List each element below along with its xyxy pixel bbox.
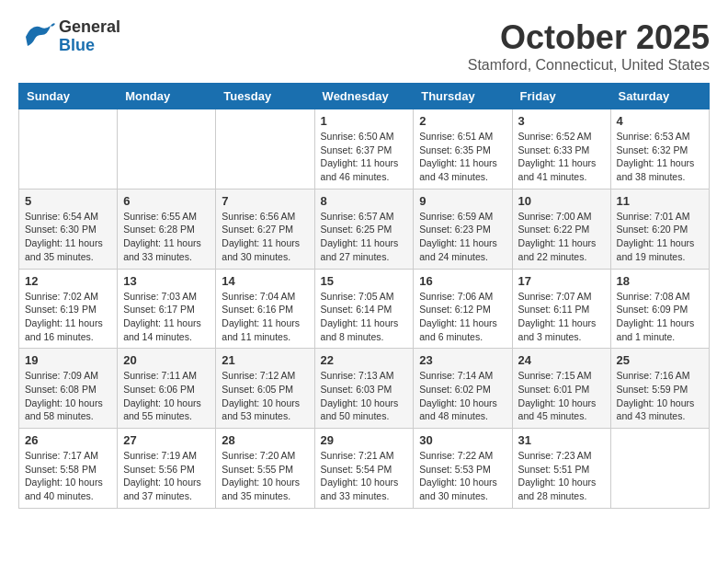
- calendar-cell: 26Sunrise: 7:17 AM Sunset: 5:58 PM Dayli…: [19, 429, 118, 509]
- day-number: 21: [222, 353, 308, 367]
- calendar-cell: 19Sunrise: 7:09 AM Sunset: 6:08 PM Dayli…: [19, 349, 118, 429]
- location-label: Stamford, Connecticut, United States: [468, 57, 710, 74]
- day-number: 24: [518, 353, 605, 367]
- calendar-cell: 25Sunrise: 7:16 AM Sunset: 5:59 PM Dayli…: [610, 349, 709, 429]
- page-header: General Blue October 2025 Stamford, Conn…: [18, 18, 710, 74]
- day-number: 30: [419, 433, 506, 447]
- calendar-header-row: SundayMondayTuesdayWednesdayThursdayFrid…: [19, 84, 710, 109]
- calendar-cell: 31Sunrise: 7:23 AM Sunset: 5:51 PM Dayli…: [512, 429, 610, 509]
- day-number: 23: [419, 353, 506, 367]
- day-number: 25: [617, 353, 703, 367]
- day-info: Sunrise: 6:51 AM Sunset: 6:35 PM Dayligh…: [419, 130, 506, 184]
- day-number: 9: [419, 194, 506, 208]
- calendar-cell: 4Sunrise: 6:53 AM Sunset: 6:32 PM Daylig…: [610, 109, 709, 190]
- day-of-week-header: Monday: [118, 84, 216, 109]
- day-info: Sunrise: 7:01 AM Sunset: 6:20 PM Dayligh…: [617, 210, 703, 264]
- day-info: Sunrise: 6:59 AM Sunset: 6:23 PM Dayligh…: [419, 210, 506, 264]
- calendar-cell: 20Sunrise: 7:11 AM Sunset: 6:06 PM Dayli…: [118, 349, 216, 429]
- calendar-cell: 6Sunrise: 6:55 AM Sunset: 6:28 PM Daylig…: [118, 189, 216, 269]
- day-number: 13: [123, 274, 210, 288]
- day-info: Sunrise: 7:23 AM Sunset: 5:51 PM Dayligh…: [518, 449, 605, 503]
- calendar-cell: 5Sunrise: 6:54 AM Sunset: 6:30 PM Daylig…: [19, 189, 118, 269]
- calendar-cell: 18Sunrise: 7:08 AM Sunset: 6:09 PM Dayli…: [610, 269, 709, 349]
- calendar-cell: 28Sunrise: 7:20 AM Sunset: 5:55 PM Dayli…: [216, 429, 314, 509]
- day-info: Sunrise: 7:13 AM Sunset: 6:03 PM Dayligh…: [321, 369, 408, 423]
- calendar-week-row: 26Sunrise: 7:17 AM Sunset: 5:58 PM Dayli…: [19, 429, 710, 509]
- day-of-week-header: Wednesday: [314, 84, 414, 109]
- day-number: 18: [617, 274, 703, 288]
- day-info: Sunrise: 7:22 AM Sunset: 5:53 PM Dayligh…: [419, 449, 506, 503]
- calendar-cell: 22Sunrise: 7:13 AM Sunset: 6:03 PM Dayli…: [314, 349, 414, 429]
- day-info: Sunrise: 7:07 AM Sunset: 6:11 PM Dayligh…: [518, 290, 605, 344]
- day-number: 10: [518, 194, 605, 208]
- day-info: Sunrise: 7:04 AM Sunset: 6:16 PM Dayligh…: [222, 290, 308, 344]
- day-number: 17: [518, 274, 605, 288]
- day-number: 15: [321, 274, 408, 288]
- calendar-cell: 2Sunrise: 6:51 AM Sunset: 6:35 PM Daylig…: [414, 109, 512, 190]
- day-number: 28: [222, 433, 308, 447]
- day-info: Sunrise: 7:20 AM Sunset: 5:55 PM Dayligh…: [222, 449, 308, 503]
- logo-general-text: General: [59, 18, 120, 37]
- day-info: Sunrise: 7:03 AM Sunset: 6:17 PM Dayligh…: [123, 290, 210, 344]
- calendar-cell: 30Sunrise: 7:22 AM Sunset: 5:53 PM Dayli…: [414, 429, 512, 509]
- logo: General Blue: [18, 18, 120, 55]
- calendar-week-row: 1Sunrise: 6:50 AM Sunset: 6:37 PM Daylig…: [19, 109, 710, 190]
- day-number: 26: [25, 433, 111, 447]
- month-title: October 2025: [468, 18, 710, 57]
- day-info: Sunrise: 7:14 AM Sunset: 6:02 PM Dayligh…: [419, 369, 506, 423]
- calendar-cell: 12Sunrise: 7:02 AM Sunset: 6:19 PM Dayli…: [19, 269, 118, 349]
- calendar-cell: 8Sunrise: 6:57 AM Sunset: 6:25 PM Daylig…: [314, 189, 414, 269]
- calendar-cell: 21Sunrise: 7:12 AM Sunset: 6:05 PM Dayli…: [216, 349, 314, 429]
- day-number: 27: [123, 433, 210, 447]
- calendar-cell: [216, 109, 314, 190]
- day-number: 29: [321, 433, 408, 447]
- calendar-week-row: 19Sunrise: 7:09 AM Sunset: 6:08 PM Dayli…: [19, 349, 710, 429]
- day-number: 11: [617, 194, 703, 208]
- day-number: 20: [123, 353, 210, 367]
- day-info: Sunrise: 7:21 AM Sunset: 5:54 PM Dayligh…: [321, 449, 408, 503]
- calendar-week-row: 5Sunrise: 6:54 AM Sunset: 6:30 PM Daylig…: [19, 189, 710, 269]
- day-of-week-header: Sunday: [19, 84, 118, 109]
- day-of-week-header: Thursday: [414, 84, 512, 109]
- calendar-cell: [118, 109, 216, 190]
- calendar-cell: [19, 109, 118, 190]
- day-number: 12: [25, 274, 111, 288]
- calendar-cell: 3Sunrise: 6:52 AM Sunset: 6:33 PM Daylig…: [512, 109, 610, 190]
- day-number: 7: [222, 194, 308, 208]
- calendar-cell: 16Sunrise: 7:06 AM Sunset: 6:12 PM Dayli…: [414, 269, 512, 349]
- calendar-cell: 1Sunrise: 6:50 AM Sunset: 6:37 PM Daylig…: [314, 109, 414, 190]
- day-number: 19: [25, 353, 111, 367]
- day-info: Sunrise: 7:08 AM Sunset: 6:09 PM Dayligh…: [617, 290, 703, 344]
- day-info: Sunrise: 7:02 AM Sunset: 6:19 PM Dayligh…: [25, 290, 111, 344]
- day-info: Sunrise: 7:12 AM Sunset: 6:05 PM Dayligh…: [222, 369, 308, 423]
- day-info: Sunrise: 6:55 AM Sunset: 6:28 PM Dayligh…: [123, 210, 210, 264]
- day-info: Sunrise: 7:06 AM Sunset: 6:12 PM Dayligh…: [419, 290, 506, 344]
- calendar-cell: 29Sunrise: 7:21 AM Sunset: 5:54 PM Dayli…: [314, 429, 414, 509]
- day-of-week-header: Tuesday: [216, 84, 314, 109]
- logo-bird-icon: [18, 18, 55, 55]
- day-info: Sunrise: 7:17 AM Sunset: 5:58 PM Dayligh…: [25, 449, 111, 503]
- day-info: Sunrise: 7:19 AM Sunset: 5:56 PM Dayligh…: [123, 449, 210, 503]
- calendar-cell: 27Sunrise: 7:19 AM Sunset: 5:56 PM Dayli…: [118, 429, 216, 509]
- calendar-cell: 15Sunrise: 7:05 AM Sunset: 6:14 PM Dayli…: [314, 269, 414, 349]
- day-info: Sunrise: 6:53 AM Sunset: 6:32 PM Dayligh…: [617, 130, 703, 184]
- title-section: October 2025 Stamford, Connecticut, Unit…: [468, 18, 710, 74]
- day-number: 22: [321, 353, 408, 367]
- day-number: 8: [321, 194, 408, 208]
- calendar-cell: [610, 429, 709, 509]
- calendar-cell: 9Sunrise: 6:59 AM Sunset: 6:23 PM Daylig…: [414, 189, 512, 269]
- day-info: Sunrise: 7:11 AM Sunset: 6:06 PM Dayligh…: [123, 369, 210, 423]
- calendar-cell: 10Sunrise: 7:00 AM Sunset: 6:22 PM Dayli…: [512, 189, 610, 269]
- day-number: 5: [25, 194, 111, 208]
- logo-blue-text: Blue: [59, 37, 120, 55]
- day-info: Sunrise: 7:05 AM Sunset: 6:14 PM Dayligh…: [321, 290, 408, 344]
- day-info: Sunrise: 7:16 AM Sunset: 5:59 PM Dayligh…: [617, 369, 703, 423]
- day-info: Sunrise: 7:15 AM Sunset: 6:01 PM Dayligh…: [518, 369, 605, 423]
- day-of-week-header: Friday: [512, 84, 610, 109]
- day-info: Sunrise: 6:57 AM Sunset: 6:25 PM Dayligh…: [321, 210, 408, 264]
- day-info: Sunrise: 6:56 AM Sunset: 6:27 PM Dayligh…: [222, 210, 308, 264]
- day-number: 31: [518, 433, 605, 447]
- calendar-cell: 24Sunrise: 7:15 AM Sunset: 6:01 PM Dayli…: [512, 349, 610, 429]
- day-info: Sunrise: 6:54 AM Sunset: 6:30 PM Dayligh…: [25, 210, 111, 264]
- day-number: 4: [617, 114, 703, 128]
